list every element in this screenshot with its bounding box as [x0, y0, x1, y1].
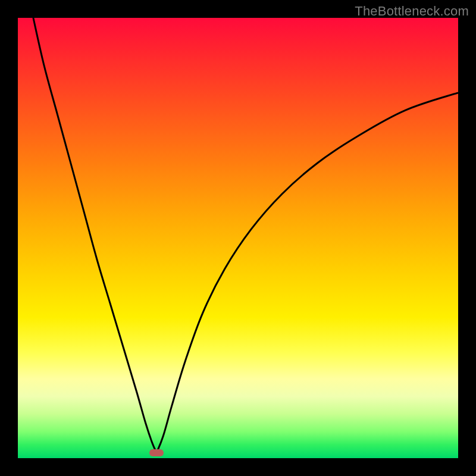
curve-left-branch — [33, 18, 156, 453]
chart-frame: TheBottleneck.com — [0, 0, 476, 476]
curve-svg — [18, 18, 458, 458]
plot-area — [18, 18, 458, 458]
curve-right-branch — [156, 93, 458, 453]
min-marker — [149, 449, 164, 456]
watermark-text: TheBottleneck.com — [355, 4, 469, 19]
